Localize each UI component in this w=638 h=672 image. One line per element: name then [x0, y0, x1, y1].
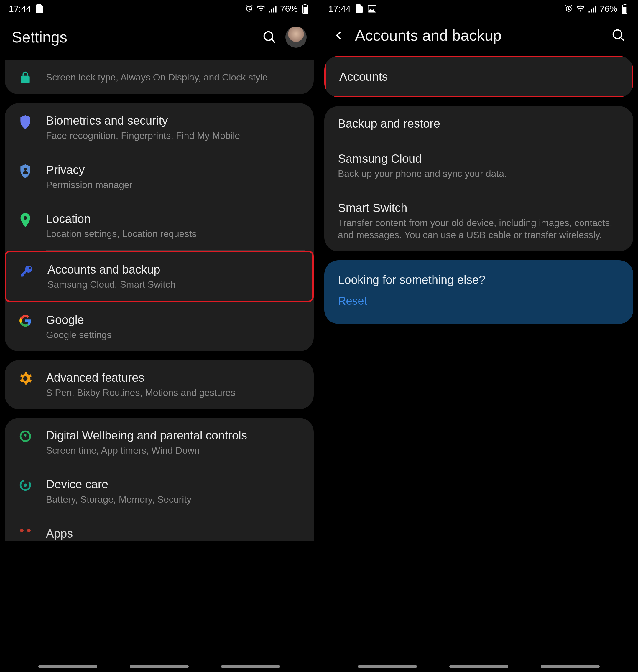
wellbeing-icon — [15, 430, 36, 443]
search-icon — [263, 31, 276, 44]
alarm-icon — [564, 4, 573, 13]
item-title: Privacy — [46, 162, 305, 177]
apps-icon — [15, 528, 36, 533]
settings-item-privacy[interactable]: Privacy Permission manager — [5, 152, 314, 201]
item-subtitle: Transfer content from your old device, i… — [338, 217, 621, 241]
wifi-icon — [576, 4, 585, 13]
item-subtitle: Face recognition, Fingerprints, Find My … — [46, 130, 305, 142]
page-title: Settings — [12, 28, 254, 46]
settings-item-devicecare[interactable]: Device care Battery, Storage, Memory, Se… — [5, 467, 314, 516]
search-button[interactable] — [611, 28, 626, 43]
settings-item-biometrics[interactable]: Biometrics and security Face recognition… — [5, 103, 314, 152]
nav-bar — [320, 665, 638, 668]
settings-item-location[interactable]: Location Location settings, Location req… — [5, 201, 314, 250]
back-button[interactable] — [331, 28, 347, 43]
item-subtitle: Screen lock type, Always On Display, and… — [46, 71, 305, 84]
settings-group-wellbeing: Digital Wellbeing and parental controls … — [5, 418, 314, 541]
gear-icon — [15, 372, 36, 385]
looking-for-card: Looking for something else? Reset — [324, 260, 633, 324]
svg-rect-2 — [304, 7, 307, 13]
svg-point-5 — [23, 216, 27, 220]
chevron-left-icon — [334, 30, 345, 41]
nav-recents[interactable] — [38, 665, 97, 668]
signal-icon — [268, 4, 277, 13]
item-title: Advanced features — [46, 370, 305, 385]
nav-home[interactable] — [449, 665, 508, 668]
battery-icon — [620, 4, 629, 13]
item-title: Location — [46, 211, 305, 226]
location-icon — [15, 213, 36, 227]
phone-right: 17:44 76% Acc — [320, 0, 638, 672]
svg-rect-3 — [21, 76, 30, 83]
item-smart-switch[interactable]: Smart Switch Transfer content from your … — [324, 190, 633, 252]
item-title: Apps — [46, 526, 305, 541]
nav-recents[interactable] — [358, 665, 417, 668]
signal-icon — [588, 4, 597, 13]
item-backup-restore[interactable]: Backup and restore — [324, 106, 633, 141]
item-subtitle: Samsung Cloud, Smart Switch — [48, 278, 303, 291]
nav-home[interactable] — [130, 665, 189, 668]
nav-back[interactable] — [541, 665, 600, 668]
page-title: Accounts and backup — [355, 27, 603, 44]
settings-item-lockscreen[interactable]: Screen lock type, Always On Display, and… — [5, 59, 314, 94]
settings-item-google[interactable]: Google Google settings — [5, 303, 314, 351]
svg-rect-1 — [304, 4, 306, 5]
svg-point-8 — [24, 484, 27, 487]
lookup-title: Looking for something else? — [338, 273, 620, 287]
shield-icon — [15, 115, 36, 129]
status-bar: 17:44 76% — [0, 0, 318, 18]
status-time: 17:44 — [329, 4, 351, 14]
lock-icon — [15, 71, 36, 84]
svg-point-10 — [27, 529, 31, 532]
accounts-group-1: Accounts — [324, 56, 633, 97]
nav-back[interactable] — [221, 665, 280, 668]
item-accounts[interactable]: Accounts — [324, 56, 633, 97]
svg-rect-14 — [623, 7, 626, 13]
key-icon — [16, 264, 37, 278]
item-title: Google — [46, 312, 305, 327]
item-title: Accounts — [339, 69, 620, 84]
status-time: 17:44 — [9, 4, 31, 14]
wifi-icon — [256, 4, 265, 13]
settings-group-advanced: Advanced features S Pen, Bixby Routines,… — [5, 360, 314, 409]
nav-bar — [0, 665, 318, 668]
settings-item-wellbeing[interactable]: Digital Wellbeing and parental controls … — [5, 418, 314, 467]
item-title: Biometrics and security — [46, 113, 305, 128]
reset-link[interactable]: Reset — [338, 295, 620, 307]
sim-icon — [35, 4, 44, 13]
gallery-icon — [368, 4, 376, 13]
phone-left: 17:44 76% Settings — [0, 0, 318, 672]
item-title: Device care — [46, 477, 305, 492]
profile-avatar[interactable] — [285, 27, 307, 48]
item-subtitle: Back up your phone and sync your data. — [338, 168, 621, 180]
item-subtitle: Google settings — [46, 329, 305, 341]
sim-icon — [355, 4, 364, 13]
search-icon — [612, 29, 625, 42]
search-button[interactable] — [262, 30, 277, 45]
item-subtitle: Screen time, App timers, Wind Down — [46, 445, 305, 457]
item-title: Accounts and backup — [48, 262, 303, 277]
item-title: Samsung Cloud — [338, 151, 621, 166]
item-subtitle: Battery, Storage, Memory, Security — [46, 494, 305, 506]
accounts-group-2: Backup and restore Samsung Cloud Back up… — [324, 106, 633, 252]
battery-icon — [301, 4, 309, 13]
item-title: Backup and restore — [338, 116, 621, 131]
item-subtitle: Location settings, Location requests — [46, 228, 305, 240]
svg-point-9 — [20, 529, 23, 532]
settings-group-security: Biometrics and security Face recognition… — [5, 103, 314, 351]
svg-point-4 — [24, 168, 27, 171]
settings-item-apps[interactable]: Apps — [5, 516, 314, 541]
item-samsung-cloud[interactable]: Samsung Cloud Back up your phone and syn… — [324, 141, 633, 190]
item-title: Smart Switch — [338, 201, 621, 215]
item-subtitle: S Pen, Bixby Routines, Motions and gestu… — [46, 387, 305, 399]
settings-header: Settings — [0, 18, 318, 59]
svg-rect-13 — [624, 4, 626, 5]
settings-item-accounts-backup[interactable]: Accounts and backup Samsung Cloud, Smart… — [5, 251, 314, 303]
devicecare-icon — [15, 479, 36, 492]
item-title: Digital Wellbeing and parental controls — [46, 428, 305, 443]
privacy-icon — [15, 164, 36, 178]
accounts-header: Accounts and backup — [320, 18, 638, 56]
battery-percent: 76% — [600, 4, 617, 14]
settings-item-advanced[interactable]: Advanced features S Pen, Bixby Routines,… — [5, 360, 314, 409]
status-bar: 17:44 76% — [320, 0, 638, 18]
